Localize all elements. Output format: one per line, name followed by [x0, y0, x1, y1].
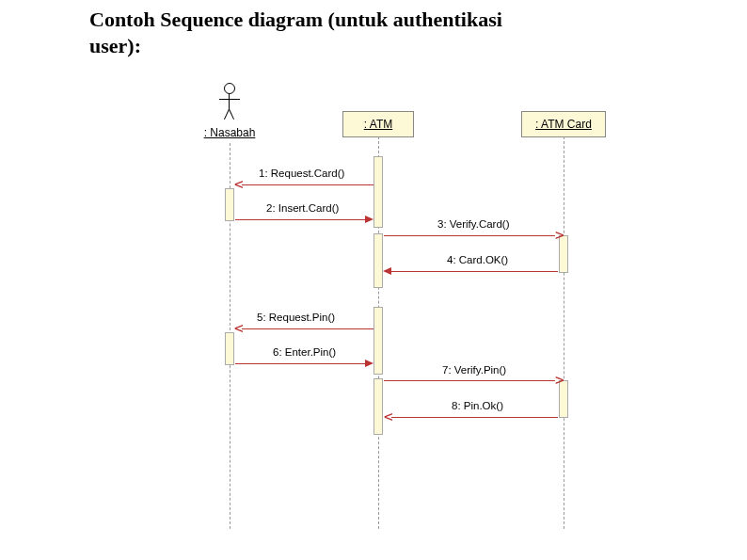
msg-6-arrowhead [365, 360, 374, 367]
msg-6-label: 6: Enter.Pin() [273, 346, 336, 358]
lifeline-box-atm: : ATM [342, 111, 414, 137]
msg-3-label: 3: Verify.Card() [437, 218, 509, 230]
msg-4-label: 4: Card.OK() [447, 254, 508, 265]
lifeline-label-atmcard: : ATM Card [535, 118, 592, 131]
msg-2-arrow [235, 219, 367, 220]
msg-8-label: 8: Pin.Ok() [452, 400, 503, 411]
msg-4-arrowhead [383, 267, 391, 275]
page-title: Contoh Sequence diagram (untuk authentik… [89, 7, 503, 58]
msg-8-arrow [391, 417, 558, 418]
msg-2-arrowhead [365, 216, 374, 223]
sequence-diagram: : Nasabah : ATM : ATM Card 1: Request.Ca… [89, 83, 616, 535]
activation-atm-3 [374, 307, 383, 375]
lifeline-box-atmcard: : ATM Card [521, 111, 606, 137]
lifeline-atmcard [564, 136, 564, 529]
msg-7-arrowhead: > [555, 373, 564, 388]
lifeline-label-nasabah: : Nasabah [195, 126, 264, 139]
msg-6-arrow [235, 363, 367, 364]
msg-5-arrow [242, 328, 374, 329]
msg-3-arrowhead: > [555, 228, 564, 243]
msg-1-arrowhead: < [234, 177, 244, 192]
lifeline-label-atm: : ATM [364, 118, 392, 131]
msg-3-arrow [384, 235, 555, 236]
msg-7-arrow [384, 380, 555, 381]
activation-atm-1 [374, 156, 383, 228]
msg-5-label: 5: Request.Pin() [257, 312, 335, 323]
actor-icon [219, 83, 240, 120]
msg-7-label: 7: Verify.Pin() [442, 364, 506, 376]
activation-nasabah-1 [225, 188, 234, 221]
msg-4-arrow [390, 271, 558, 272]
activation-atm-4 [374, 378, 383, 435]
msg-5-arrowhead: < [234, 321, 244, 336]
activation-nasabah-2 [225, 332, 234, 365]
msg-1-label: 1: Request.Card() [259, 168, 344, 179]
msg-1-arrow [242, 184, 374, 185]
activation-atm-2 [374, 233, 383, 288]
msg-2-label: 2: Insert.Card() [266, 202, 339, 214]
msg-8-arrowhead: < [384, 409, 393, 424]
